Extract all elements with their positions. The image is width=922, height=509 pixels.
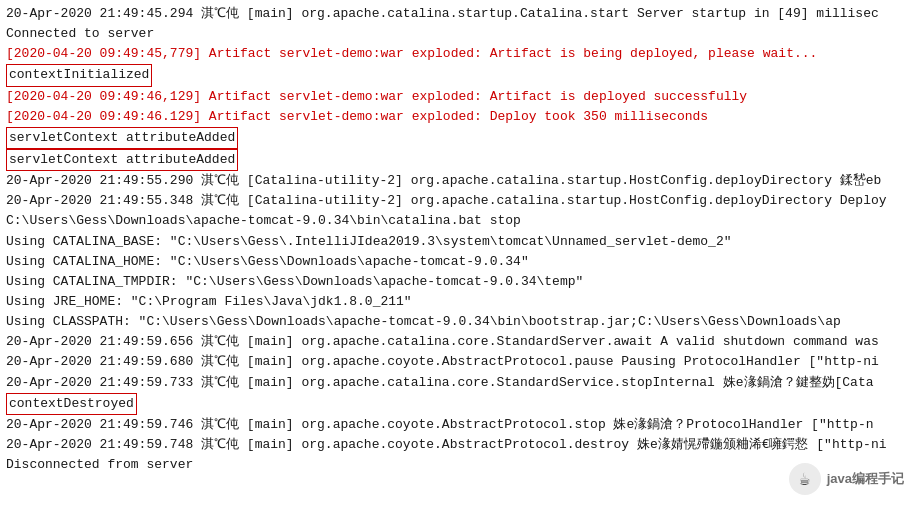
highlighted-text: contextDestroyed [6, 393, 137, 415]
log-line: Disconnected from server [6, 455, 916, 475]
log-line: 20-Apr-2020 21:49:59.656 淇℃伅 [main] org.… [6, 332, 916, 352]
log-line: 20-Apr-2020 21:49:45.294 淇℃伅 [main] org.… [6, 4, 916, 24]
watermark: ☕java编程手记 [789, 463, 904, 495]
highlighted-text: servletContext attributeAdded [6, 127, 238, 149]
watermark-text: java编程手记 [827, 470, 904, 488]
log-line: Using CLASSPATH: "C:\Users\Gess\Download… [6, 312, 916, 332]
highlighted-text: servletContext attributeAdded [6, 149, 238, 171]
log-line: contextDestroyed [6, 393, 916, 415]
console-output: 20-Apr-2020 21:49:45.294 淇℃伅 [main] org.… [0, 0, 922, 509]
highlighted-text: contextInitialized [6, 64, 152, 86]
log-line: servletContext attributeAdded [6, 149, 916, 171]
log-line: Using CATALINA_BASE: "C:\Users\Gess\.Int… [6, 232, 916, 252]
log-line: 20-Apr-2020 21:49:59.733 淇℃伅 [main] org.… [6, 373, 916, 393]
log-line: Using JRE_HOME: "C:\Program Files\Java\j… [6, 292, 916, 312]
log-line: [2020-04-20 09:49:46,129] Artifact servl… [6, 87, 916, 107]
log-line: Using CATALINA_TMPDIR: "C:\Users\Gess\Do… [6, 272, 916, 292]
log-line: 20-Apr-2020 21:49:55.290 淇℃伅 [Catalina-u… [6, 171, 916, 191]
log-line: [2020-04-20 09:49:45,779] Artifact servl… [6, 44, 916, 64]
log-line: 20-Apr-2020 21:49:59.680 淇℃伅 [main] org.… [6, 352, 916, 372]
log-line: 20-Apr-2020 21:49:59.746 淇℃伅 [main] org.… [6, 415, 916, 435]
log-line: servletContext attributeAdded [6, 127, 916, 149]
log-line: C:\Users\Gess\Downloads\apache-tomcat-9.… [6, 211, 916, 231]
log-line: Using CATALINA_HOME: "C:\Users\Gess\Down… [6, 252, 916, 272]
log-line: 20-Apr-2020 21:49:59.748 淇℃伅 [main] org.… [6, 435, 916, 455]
log-line: Connected to server [6, 24, 916, 44]
watermark-icon: ☕ [789, 463, 821, 495]
log-line: contextInitialized [6, 64, 916, 86]
log-line: 20-Apr-2020 21:49:55.348 淇℃伅 [Catalina-u… [6, 191, 916, 211]
log-line: [2020-04-20 09:49:46.129] Artifact servl… [6, 107, 916, 127]
